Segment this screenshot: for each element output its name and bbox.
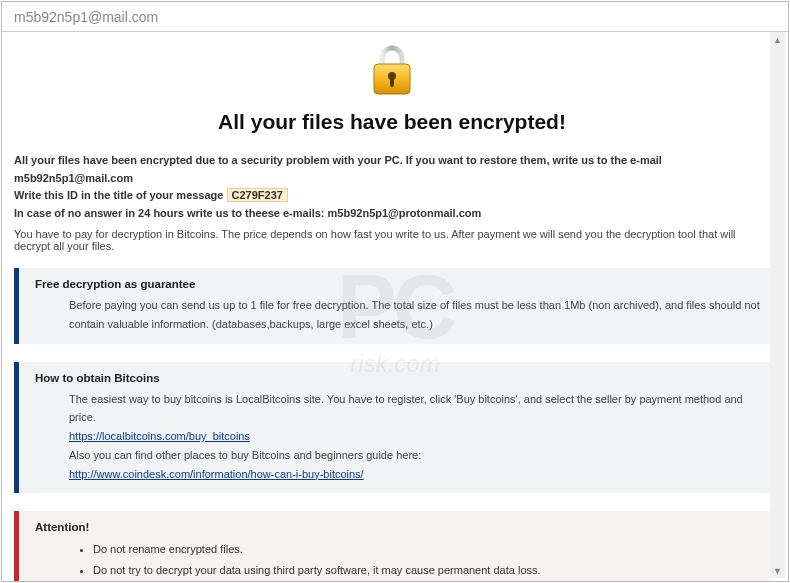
titlebar: m5b92n5p1@mail.com — [2, 2, 788, 32]
bitcoins-line2: Also you can find other places to buy Bi… — [69, 449, 421, 461]
attention-item: Do not rename encrypted files. — [93, 539, 760, 560]
section-bitcoins-body: The easiest way to buy bitcoins is Local… — [35, 390, 760, 483]
attention-item: Do not try to decrypt your data using th… — [93, 560, 760, 581]
payment-line: You have to pay for decryption in Bitcoi… — [14, 228, 770, 252]
attention-list: Do not rename encrypted files. Do not tr… — [35, 539, 760, 581]
section-attention-title: Attention! — [35, 521, 760, 533]
intro-line2-prefix: Write this ID in the title of your messa… — [14, 189, 227, 201]
section-attention: Attention! Do not rename encrypted files… — [14, 511, 770, 581]
main-heading: All your files have been encrypted! — [14, 110, 770, 134]
intro-block: All your files have been encrypted due t… — [14, 152, 770, 222]
section-bitcoins: How to obtain Bitcoins The easiest way t… — [14, 362, 770, 493]
intro-line3-prefix: In case of no answer in 24 hours write u… — [14, 207, 328, 219]
window-title: m5b92n5p1@mail.com — [14, 9, 158, 25]
svg-rect-2 — [390, 78, 394, 87]
section-free-body: Before paying you can send us up to 1 fi… — [35, 296, 760, 333]
section-bitcoins-title: How to obtain Bitcoins — [35, 372, 760, 384]
contact-email-1: m5b92n5p1@mail.com — [14, 172, 133, 184]
contact-email-2: m5b92n5p1@protonmail.com — [328, 207, 482, 219]
window-frame: m5b92n5p1@mail.com PC risk.com — [1, 1, 789, 582]
scroll-down-icon[interactable]: ▼ — [770, 563, 785, 578]
id-code: C279F237 — [227, 188, 288, 202]
bitcoins-line1: The easiest way to buy bitcoins is Local… — [69, 393, 743, 424]
bitcoins-link1[interactable]: https://localbitcoins.com/buy_bitcoins — [69, 430, 250, 442]
section-free-decryption: Free decryption as guarantee Before payi… — [14, 268, 770, 343]
lock-icon — [368, 44, 416, 98]
vertical-scrollbar[interactable]: ▲ ▼ — [770, 32, 785, 578]
intro-line1-prefix: All your files have been encrypted due t… — [14, 154, 662, 166]
content-area: PC risk.com — [2, 32, 788, 581]
lock-icon-container — [14, 44, 770, 102]
section-free-title: Free decryption as guarantee — [35, 278, 760, 290]
scroll-up-icon[interactable]: ▲ — [770, 32, 785, 47]
bitcoins-link2[interactable]: http://www.coindesk.com/information/how-… — [69, 468, 364, 480]
